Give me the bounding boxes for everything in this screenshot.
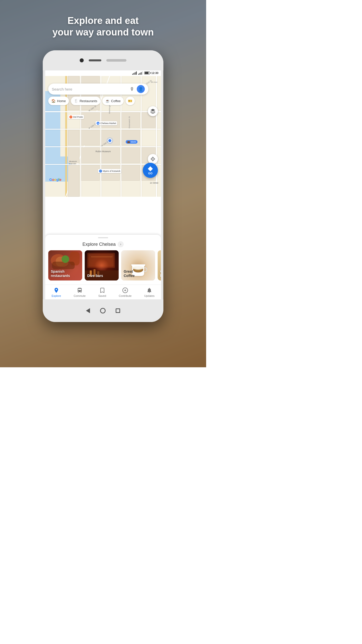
map-block-3 xyxy=(81,112,100,128)
google-g2: g xyxy=(56,178,59,182)
coffee-icon: ☕ xyxy=(105,99,110,103)
search-text: Search here xyxy=(52,87,127,91)
card-spanish-label: Spanish restaurants xyxy=(51,269,70,278)
battery-fill xyxy=(145,72,149,74)
wifi-signal-icon xyxy=(132,71,137,75)
contribute-nav-label: Contribute xyxy=(119,294,132,297)
hero-title-line1: Explore and eat xyxy=(0,15,206,27)
del-posto-icon: 🍴 xyxy=(69,115,72,118)
nav-commute[interactable]: Commute xyxy=(74,287,86,297)
filter-coffee-label: Coffee xyxy=(111,99,121,103)
layer-icon xyxy=(150,108,156,114)
screen-content: 12:30 xyxy=(45,70,161,299)
phone-bottom-bezel xyxy=(43,299,163,322)
map-block-17 xyxy=(81,165,100,181)
chelsea-icon-symbol: 🛍 xyxy=(97,123,99,124)
map-block-16 xyxy=(68,165,79,197)
nav-explore[interactable]: Explore xyxy=(52,287,61,297)
myers-icon: 🛒 xyxy=(99,170,102,173)
cell-bar-3 xyxy=(141,72,142,75)
saved-nav-icon xyxy=(99,287,105,293)
food-shape-4 xyxy=(52,262,75,269)
14-street-label: 14 Stree xyxy=(150,182,158,184)
filter-home[interactable]: 🏠 Home xyxy=(48,97,69,105)
crosshair-icon xyxy=(150,156,156,162)
google-o2: o xyxy=(54,178,56,182)
contribute-nav-icon xyxy=(122,287,128,293)
nav-contribute[interactable]: Contribute xyxy=(119,287,132,297)
filter-restaurants[interactable]: 🍴 Restaurants xyxy=(71,97,100,105)
explore-title: Explore Chelsea xyxy=(82,242,116,247)
del-posto-label: 🍴 Del Posto xyxy=(68,115,84,119)
filter-more[interactable]: 🎫 xyxy=(126,97,135,105)
nav-saved[interactable]: Saved xyxy=(98,287,106,297)
phone-screen: 12:30 xyxy=(45,70,161,299)
search-bar[interactable]: Search here 🎙 👤 xyxy=(48,84,148,95)
map-block-4 xyxy=(81,130,100,145)
filter-coffee[interactable]: ☕ Coffee xyxy=(102,97,124,105)
map-block-10 xyxy=(68,130,79,145)
google-g: G xyxy=(49,178,52,182)
avatar-icon[interactable]: 👤 xyxy=(137,85,145,93)
map-block-12 xyxy=(81,147,100,163)
android-home-button[interactable] xyxy=(100,308,106,313)
signal-bar-4 xyxy=(136,71,137,75)
coffee-foam xyxy=(133,266,144,270)
myers-name: Myers of Keswick xyxy=(103,170,120,172)
google-e: e xyxy=(59,178,61,182)
card-spanish-restaurants[interactable]: Spanish restaurants xyxy=(48,250,82,280)
card-coffee-line1: Great xyxy=(124,269,133,273)
del-posto-icon-symbol: 🍴 xyxy=(70,116,72,118)
mic-icon[interactable]: 🎙 xyxy=(130,87,134,92)
card-partial-4th[interactable]: Cb xyxy=(158,250,161,280)
diamond-go-icon xyxy=(147,166,153,172)
location-button[interactable] xyxy=(148,154,158,164)
android-back-button[interactable] xyxy=(86,308,90,313)
phone-camera xyxy=(80,58,84,62)
nav-updates[interactable]: Updates xyxy=(144,287,155,297)
myers-label: 🛒 Myers of Keswick xyxy=(98,169,121,173)
hero-title: Explore and eat your way around town xyxy=(0,15,206,38)
go-button[interactable]: GO xyxy=(143,163,158,178)
chelsea-market-name: Chelsea Market xyxy=(100,122,116,125)
card-partial-label: Cb xyxy=(160,269,161,278)
map-block-7 xyxy=(121,112,140,128)
explore-nav-icon xyxy=(53,287,59,293)
sheet-handle xyxy=(98,237,108,238)
work-icon: 💼 xyxy=(127,141,130,143)
location-dot xyxy=(108,138,112,143)
android-recents-button[interactable] xyxy=(116,308,120,313)
quick-filters: 🏠 Home 🍴 Restaurants ☕ Coffee 🎫 xyxy=(48,97,161,106)
updates-nav-label: Updates xyxy=(144,294,155,297)
chelsea-market-icon: 🛍 xyxy=(97,122,100,125)
card-coffee-line2: Coffee xyxy=(124,274,135,278)
map-area[interactable]: W 18th St W 19th St W 20th St 21st St 8t… xyxy=(45,76,161,197)
street-label-green: Greenwich St xyxy=(128,116,130,128)
work-marker: 💼 Work xyxy=(126,140,138,144)
status-time: 12:30 xyxy=(151,71,158,74)
card-dive-bars[interactable]: Dive bars xyxy=(85,250,119,280)
bar-line xyxy=(91,257,112,257)
phone-earpiece xyxy=(89,59,101,61)
cell-bar-4 xyxy=(142,71,143,75)
signal-bar-3 xyxy=(135,72,135,75)
phone-frame: 12:30 xyxy=(43,50,163,322)
card-great-coffee[interactable]: Great Coffee xyxy=(121,250,155,280)
bottom-nav: Explore Commute Saved xyxy=(45,285,161,299)
explore-arrow-button[interactable]: › xyxy=(118,241,124,247)
card-divebar-label: Dive bars xyxy=(87,274,103,278)
card-spanish-line2: restaurants xyxy=(51,274,70,278)
avatar-person-icon: 👤 xyxy=(138,87,143,92)
chelsea-market-label: 🛍 Chelsea Market xyxy=(96,121,117,125)
battery-icon xyxy=(144,71,150,74)
map-block-14 xyxy=(121,147,140,163)
card-coffee-label: Great Coffee xyxy=(124,269,135,278)
street-label-8th: 8th Ave xyxy=(151,81,158,83)
saved-nav-label: Saved xyxy=(98,294,106,297)
card-spanish-line1: Spanish xyxy=(51,269,64,273)
cell-bar-1 xyxy=(138,74,139,75)
explore-nav-label: Explore xyxy=(52,294,61,297)
layer-button[interactable] xyxy=(148,106,158,116)
cell-bar-2 xyxy=(140,73,140,75)
bottom-sheet: Explore Chelsea › xyxy=(45,235,161,299)
